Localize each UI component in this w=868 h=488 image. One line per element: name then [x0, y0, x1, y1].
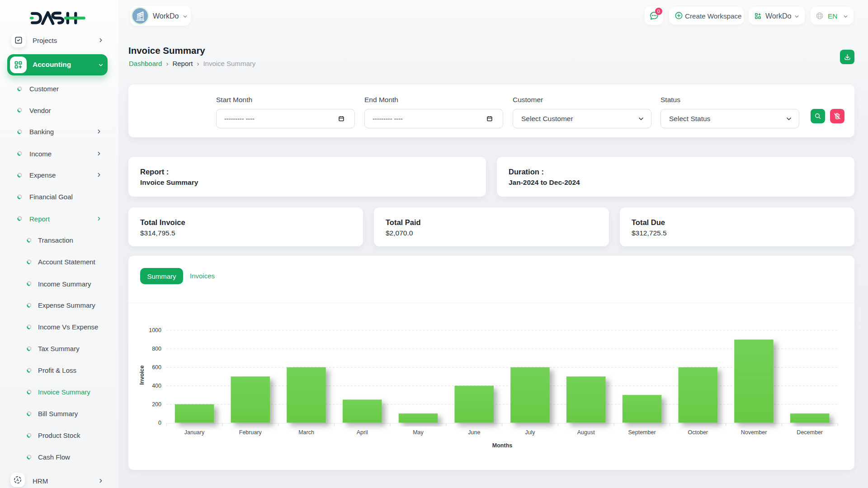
- svg-text:June: June: [468, 429, 480, 436]
- svg-text:January: January: [184, 429, 205, 436]
- svg-text:May: May: [413, 429, 424, 436]
- svg-text:November: November: [741, 429, 767, 436]
- svg-text:September: September: [628, 429, 656, 436]
- svg-text:Invoice: Invoice: [139, 365, 145, 385]
- svg-text:February: February: [239, 429, 262, 436]
- svg-text:200: 200: [152, 401, 161, 408]
- svg-text:800: 800: [152, 346, 161, 352]
- svg-text:600: 600: [152, 364, 161, 371]
- svg-text:March: March: [298, 429, 314, 436]
- svg-text:August: August: [577, 429, 595, 436]
- svg-text:December: December: [797, 429, 823, 436]
- svg-text:July: July: [525, 429, 535, 436]
- svg-text:400: 400: [152, 383, 161, 389]
- svg-text:Months: Months: [492, 442, 512, 449]
- svg-text:1000: 1000: [149, 327, 161, 333]
- svg-text:0: 0: [158, 420, 161, 426]
- svg-text:October: October: [688, 429, 708, 436]
- svg-text:April: April: [357, 429, 368, 436]
